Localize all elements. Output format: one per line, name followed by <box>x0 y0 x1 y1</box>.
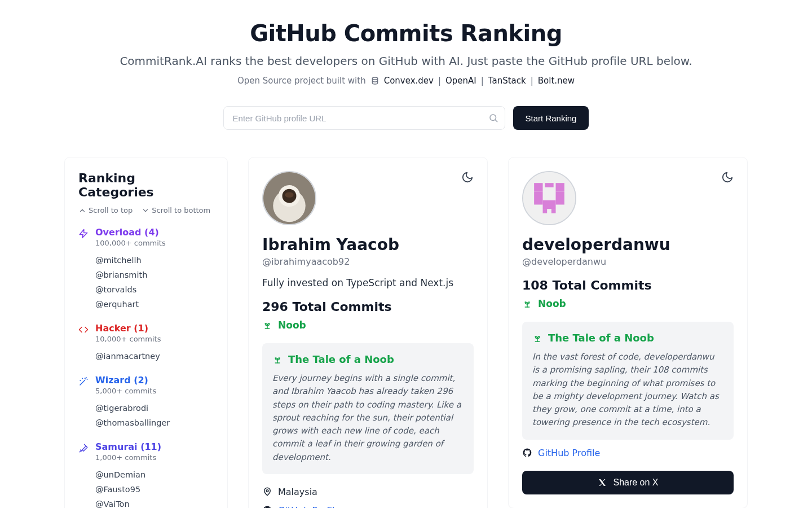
profile-name: Ibrahim Yaacob <box>262 235 474 254</box>
built-with-prefix: Open Source project built with <box>237 76 366 86</box>
rank-label: Noob <box>538 298 566 309</box>
category-user[interactable]: @tigerabrodi <box>95 401 214 415</box>
map-pin-icon <box>262 487 272 497</box>
start-ranking-button[interactable]: Start Ranking <box>513 106 589 130</box>
category-user[interactable]: @erquhart <box>95 297 214 312</box>
total-commits: 296 Total Commits <box>262 300 474 314</box>
profile-bio: Fully invested on TypeScript and Next.js <box>262 277 474 288</box>
svg-rect-12 <box>534 183 542 191</box>
svg-rect-11 <box>523 172 575 224</box>
credits-line: Open Source project built with Convex.de… <box>64 76 748 86</box>
category-user[interactable]: @unDemian <box>95 467 214 482</box>
profile-card: Ibrahim Yaacob @ibrahimyaacob92 Fully in… <box>248 157 488 508</box>
github-profile-link[interactable]: GitHub Profile <box>278 505 340 508</box>
category-user[interactable]: @Fausto95 <box>95 482 214 497</box>
sprout-icon <box>272 354 283 365</box>
zap-icon <box>78 229 89 239</box>
category-user[interactable]: @thomasballinger <box>95 415 214 430</box>
svg-rect-13 <box>556 183 564 191</box>
category-subtitle: 10,000+ commits <box>95 335 161 343</box>
separator: | <box>438 76 441 86</box>
code-icon <box>78 325 89 335</box>
github-icon <box>262 505 272 508</box>
credit-openai[interactable]: OpenAI <box>445 76 476 86</box>
github-icon <box>522 448 532 458</box>
chevron-down-icon <box>142 207 149 214</box>
profile-handle: @developerdanwu <box>522 256 734 267</box>
tale-title: The Tale of a Noob <box>548 332 654 344</box>
sprout-icon <box>532 333 542 343</box>
sidebar-title: Ranking Categories <box>78 171 214 199</box>
tale-title: The Tale of a Noob <box>288 353 394 365</box>
scroll-top-label: Scroll to top <box>89 206 133 214</box>
category-title[interactable]: Wizard (2) <box>95 375 156 386</box>
category-user[interactable]: @mitchellh <box>95 253 214 268</box>
category-title[interactable]: Hacker (1) <box>95 323 161 334</box>
credit-boltnew[interactable]: Bolt.new <box>538 76 575 86</box>
theme-toggle-icon[interactable] <box>461 171 474 183</box>
avatar <box>522 171 576 225</box>
svg-rect-15 <box>556 192 564 205</box>
svg-rect-19 <box>551 209 556 213</box>
avatar <box>262 171 316 225</box>
category-user[interactable]: @VaiTon <box>95 497 214 508</box>
page-subtitle: CommitRank.AI ranks the best developers … <box>64 54 748 68</box>
separator: | <box>531 76 533 86</box>
profile-location: Malaysia <box>278 487 317 497</box>
credit-tanstack[interactable]: TanStack <box>488 76 526 86</box>
category-subtitle: 5,000+ commits <box>95 387 156 395</box>
category-title[interactable]: Samurai (11) <box>95 441 161 452</box>
sprout-icon <box>262 320 272 330</box>
wand-icon <box>78 376 89 387</box>
svg-rect-14 <box>534 192 542 205</box>
x-icon <box>597 478 607 488</box>
github-url-input[interactable] <box>223 106 505 130</box>
scroll-bottom-label: Scroll to bottom <box>152 206 210 214</box>
tale-panel: The Tale of a Noob In the vast forest of… <box>522 322 734 440</box>
svg-rect-17 <box>545 183 553 187</box>
theme-toggle-icon[interactable] <box>721 171 734 183</box>
rank-label: Noob <box>278 319 306 331</box>
category-user[interactable]: @briansmith <box>95 268 214 282</box>
search-icon <box>488 113 498 123</box>
tale-body: Every journey begins with a single commi… <box>272 372 464 464</box>
scroll-to-bottom[interactable]: Scroll to bottom <box>142 206 210 214</box>
sword-icon <box>78 443 89 453</box>
chevron-up-icon <box>78 207 86 214</box>
category-subtitle: 100,000+ commits <box>95 239 166 247</box>
page-title: GitHub Commits Ranking <box>64 20 748 46</box>
category-title[interactable]: Overload (4) <box>95 227 166 238</box>
profile-card: developerdanwu @developerdanwu 108 Total… <box>508 157 748 508</box>
category-user[interactable]: @ianmacartney <box>95 349 214 364</box>
credit-convex[interactable]: Convex.dev <box>384 76 434 86</box>
profile-name: developerdanwu <box>522 235 734 254</box>
database-icon <box>370 76 379 85</box>
svg-rect-18 <box>543 209 548 213</box>
sprout-icon <box>522 299 532 309</box>
tale-panel: The Tale of a Noob Every journey begins … <box>262 343 474 474</box>
category-subtitle: 1,000+ commits <box>95 453 161 462</box>
category-user[interactable]: @torvalds <box>95 282 214 297</box>
separator: | <box>481 76 484 86</box>
svg-rect-16 <box>543 200 556 209</box>
tale-body: In the vast forest of code, developerdan… <box>532 351 723 430</box>
total-commits: 108 Total Commits <box>522 278 734 292</box>
scroll-to-top[interactable]: Scroll to top <box>78 206 133 214</box>
profile-handle: @ibrahimyaacob92 <box>262 256 474 267</box>
svg-point-10 <box>285 192 293 198</box>
share-on-x-button[interactable]: Share on X <box>522 471 734 494</box>
share-label: Share on X <box>613 478 658 488</box>
ranking-categories-panel: Ranking Categories Scroll to top Scroll … <box>64 157 228 508</box>
github-profile-link[interactable]: GitHub Profile <box>538 448 600 458</box>
